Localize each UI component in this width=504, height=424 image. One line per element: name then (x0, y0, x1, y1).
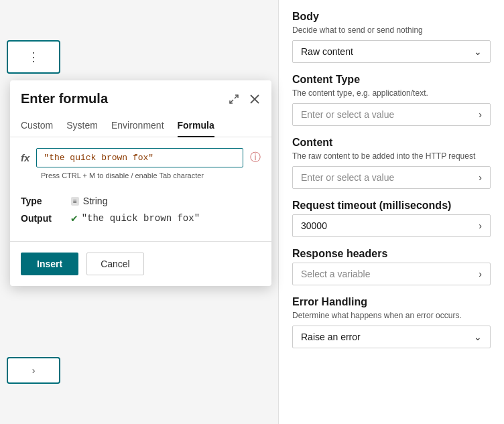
info-icon: ⓘ (250, 151, 261, 165)
output-row: Output ✔ "the quick brown fox" (21, 212, 261, 225)
formula-area: fx ⓘ Press CTRL + M to disable / enable … (10, 137, 271, 190)
content-chevron-icon: › (479, 172, 482, 183)
error-handling-desc: Determine what happens when an error occ… (292, 311, 491, 320)
right-panel: Body Decide what to send or send nothing… (278, 0, 504, 424)
output-value-text: "the quick brown fox" (82, 213, 200, 224)
output-label: Output (21, 213, 58, 224)
body-desc: Decide what to send or send nothing (292, 25, 491, 35)
content-type-label: Content Type (292, 74, 491, 86)
content-label: Content (292, 137, 491, 149)
output-value: ✔ "the quick brown fox" (71, 212, 200, 225)
body-dropdown[interactable]: Raw content ⌄ (292, 40, 491, 63)
body-section: Body Decide what to send or send nothing… (292, 11, 491, 63)
content-type-section: Content Type The content type, e.g. appl… (292, 74, 491, 126)
timeout-label: Request timeout (milliseconds) (292, 200, 491, 212)
tab-formula[interactable]: Formula (178, 115, 214, 137)
type-row: Type ≡ String (21, 196, 261, 206)
dialog-header: Enter formula (10, 80, 271, 107)
error-handling-chevron-icon: ⌄ (474, 332, 482, 342)
response-headers-placeholder: Select a variable (301, 269, 371, 279)
body-dropdown-chevron-icon: ⌄ (474, 46, 482, 57)
content-section: Content The raw content to be added into… (292, 137, 491, 189)
type-label: Type (21, 196, 58, 206)
content-placeholder: Enter or select a value (301, 172, 394, 183)
cancel-button[interactable]: Cancel (86, 253, 144, 275)
insert-button[interactable]: Insert (21, 253, 78, 275)
tab-system[interactable]: System (66, 115, 98, 137)
content-type-placeholder: Enter or select a value (301, 109, 394, 120)
dialog-footer: Insert Cancel (10, 241, 271, 286)
left-panel: ⋮ › Enter formula (0, 0, 278, 424)
dialog-tabs: Custom System Environment Formula (10, 107, 271, 137)
content-type-chevron-icon: › (479, 109, 482, 120)
type-value: ≡ String (71, 196, 107, 206)
tab-custom[interactable]: Custom (21, 115, 53, 137)
string-type-icon: ≡ (71, 197, 79, 206)
enter-formula-dialog: Enter formula (10, 80, 271, 286)
type-value-text: String (83, 196, 108, 206)
error-handling-label: Error Handling (292, 296, 491, 308)
chevron-right-icon: › (32, 365, 36, 376)
timeout-section: Request timeout (milliseconds) 30000 › (292, 200, 491, 237)
dialog-header-icons (227, 92, 261, 106)
fx-label: fx (21, 152, 29, 163)
timeout-field[interactable]: 30000 › (292, 214, 491, 237)
formula-input[interactable] (36, 148, 243, 167)
content-type-field[interactable]: Enter or select a value › (292, 103, 491, 126)
response-headers-field[interactable]: Select a variable › (292, 263, 491, 285)
expand-button[interactable] (227, 92, 241, 106)
close-button[interactable] (249, 93, 261, 105)
flow-node-dots: ⋮ (27, 50, 40, 64)
formula-hint: Press CTRL + M to disable / enable Tab c… (21, 171, 261, 180)
error-handling-dropdown[interactable]: Raise an error ⌄ (292, 326, 491, 348)
body-dropdown-value: Raw content (301, 46, 353, 57)
error-handling-section: Error Handling Determine what happens wh… (292, 296, 491, 348)
error-handling-value: Raise an error (301, 332, 361, 342)
dialog-title: Enter formula (21, 91, 108, 107)
response-headers-section: Response headers Select a variable › (292, 248, 491, 285)
check-icon: ✔ (71, 212, 78, 225)
response-headers-chevron-icon: › (479, 269, 482, 279)
flow-node-top: ⋮ (7, 40, 60, 74)
content-field[interactable]: Enter or select a value › (292, 166, 491, 189)
timeout-value: 30000 (301, 220, 327, 231)
body-label: Body (292, 11, 491, 23)
flow-node-bottom[interactable]: › (7, 357, 60, 384)
tab-environment[interactable]: Environment (111, 115, 164, 137)
formula-input-row: fx ⓘ (21, 148, 261, 167)
content-type-desc: The content type, e.g. application/text. (292, 88, 491, 98)
type-output-area: Type ≡ String Output ✔ "the quick brown … (10, 190, 271, 241)
content-desc: The raw content to be added into the HTT… (292, 151, 491, 161)
timeout-chevron-icon: › (479, 220, 482, 231)
response-headers-label: Response headers (292, 248, 491, 260)
